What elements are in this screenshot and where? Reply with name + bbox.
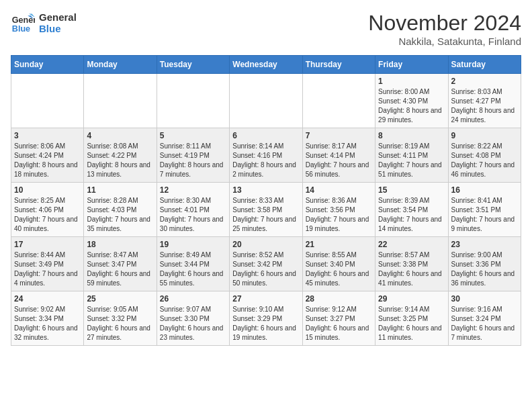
- calendar-cell: 3Sunrise: 8:06 AM Sunset: 4:24 PM Daylig…: [11, 128, 84, 183]
- calendar-cell: 9Sunrise: 8:22 AM Sunset: 4:08 PM Daylig…: [448, 128, 521, 183]
- day-info: Sunrise: 9:16 AM Sunset: 3:24 PM Dayligh…: [451, 305, 518, 342]
- day-info: Sunrise: 8:22 AM Sunset: 4:08 PM Dayligh…: [451, 142, 518, 179]
- day-number: 30: [451, 294, 518, 304]
- calendar-cell: 6Sunrise: 8:14 AM Sunset: 4:16 PM Daylig…: [230, 128, 302, 183]
- col-header-thursday: Thursday: [302, 56, 375, 74]
- col-header-tuesday: Tuesday: [157, 56, 229, 74]
- day-number: 9: [451, 131, 518, 140]
- day-number: 18: [87, 240, 153, 249]
- calendar-cell: 16Sunrise: 8:41 AM Sunset: 3:51 PM Dayli…: [448, 183, 521, 237]
- day-number: 13: [232, 185, 299, 195]
- day-info: Sunrise: 8:00 AM Sunset: 4:30 PM Dayligh…: [378, 87, 445, 125]
- day-number: 21: [306, 240, 372, 249]
- calendar-cell: 19Sunrise: 8:49 AM Sunset: 3:44 PM Dayli…: [157, 237, 229, 291]
- day-info: Sunrise: 8:19 AM Sunset: 4:11 PM Dayligh…: [378, 142, 445, 179]
- day-info: Sunrise: 9:12 AM Sunset: 3:27 PM Dayligh…: [306, 305, 372, 342]
- calendar-table: SundayMondayTuesdayWednesdayThursdayFrid…: [11, 55, 521, 346]
- day-info: Sunrise: 8:11 AM Sunset: 4:19 PM Dayligh…: [160, 142, 226, 179]
- day-info: Sunrise: 8:08 AM Sunset: 4:22 PM Dayligh…: [87, 142, 153, 179]
- calendar-week-row: 24Sunrise: 9:02 AM Sunset: 3:34 PM Dayli…: [11, 291, 521, 346]
- calendar-cell: 17Sunrise: 8:44 AM Sunset: 3:49 PM Dayli…: [11, 237, 84, 291]
- calendar-cell: 12Sunrise: 8:30 AM Sunset: 4:01 PM Dayli…: [157, 183, 229, 237]
- logo-general: General: [39, 11, 77, 23]
- day-number: 10: [14, 185, 81, 195]
- calendar-week-row: 17Sunrise: 8:44 AM Sunset: 3:49 PM Dayli…: [11, 237, 521, 291]
- day-info: Sunrise: 8:17 AM Sunset: 4:14 PM Dayligh…: [306, 142, 372, 179]
- calendar-cell: 23Sunrise: 9:00 AM Sunset: 3:36 PM Dayli…: [448, 237, 521, 291]
- calendar-cell: 14Sunrise: 8:36 AM Sunset: 3:56 PM Dayli…: [302, 183, 375, 237]
- calendar-cell: 20Sunrise: 8:52 AM Sunset: 3:42 PM Dayli…: [230, 237, 302, 291]
- calendar-cell: [157, 74, 229, 128]
- day-number: 6: [232, 131, 299, 140]
- col-header-wednesday: Wednesday: [230, 56, 302, 74]
- day-info: Sunrise: 8:14 AM Sunset: 4:16 PM Dayligh…: [232, 142, 299, 179]
- calendar-cell: 8Sunrise: 8:19 AM Sunset: 4:11 PM Daylig…: [375, 128, 448, 183]
- calendar-cell: [230, 74, 302, 128]
- calendar-cell: 22Sunrise: 8:57 AM Sunset: 3:38 PM Dayli…: [375, 237, 448, 291]
- day-info: Sunrise: 9:10 AM Sunset: 3:29 PM Dayligh…: [232, 305, 299, 342]
- day-number: 5: [160, 131, 226, 140]
- calendar-cell: 21Sunrise: 8:55 AM Sunset: 3:40 PM Dayli…: [302, 237, 375, 291]
- calendar-cell: 13Sunrise: 8:33 AM Sunset: 3:58 PM Dayli…: [230, 183, 302, 237]
- col-header-monday: Monday: [84, 56, 157, 74]
- logo-blue: Blue: [39, 23, 77, 34]
- day-number: 29: [378, 294, 445, 304]
- calendar-cell: 28Sunrise: 9:12 AM Sunset: 3:27 PM Dayli…: [302, 291, 375, 346]
- day-info: Sunrise: 8:39 AM Sunset: 3:54 PM Dayligh…: [378, 196, 445, 234]
- calendar-cell: 18Sunrise: 8:47 AM Sunset: 3:47 PM Dayli…: [84, 237, 157, 291]
- calendar-cell: 27Sunrise: 9:10 AM Sunset: 3:29 PM Dayli…: [230, 291, 302, 346]
- day-number: 23: [451, 240, 518, 249]
- calendar-cell: 10Sunrise: 8:25 AM Sunset: 4:06 PM Dayli…: [11, 183, 84, 237]
- day-number: 11: [87, 185, 153, 195]
- calendar-cell: [302, 74, 375, 128]
- day-info: Sunrise: 8:41 AM Sunset: 3:51 PM Dayligh…: [451, 196, 518, 234]
- calendar-week-row: 1Sunrise: 8:00 AM Sunset: 4:30 PM Daylig…: [11, 74, 521, 128]
- day-info: Sunrise: 8:44 AM Sunset: 3:49 PM Dayligh…: [14, 250, 81, 288]
- calendar-cell: [84, 74, 157, 128]
- day-number: 12: [160, 185, 226, 195]
- col-header-sunday: Sunday: [11, 56, 84, 74]
- day-info: Sunrise: 8:25 AM Sunset: 4:06 PM Dayligh…: [14, 196, 81, 234]
- day-number: 26: [160, 294, 226, 304]
- day-info: Sunrise: 8:06 AM Sunset: 4:24 PM Dayligh…: [14, 142, 81, 179]
- day-info: Sunrise: 9:05 AM Sunset: 3:32 PM Dayligh…: [87, 305, 153, 342]
- day-info: Sunrise: 8:36 AM Sunset: 3:56 PM Dayligh…: [306, 196, 372, 234]
- calendar-week-row: 10Sunrise: 8:25 AM Sunset: 4:06 PM Dayli…: [11, 183, 521, 237]
- calendar-cell: 29Sunrise: 9:14 AM Sunset: 3:25 PM Dayli…: [375, 291, 448, 346]
- day-number: 28: [306, 294, 372, 304]
- month-title: November 2024: [368, 11, 521, 36]
- day-number: 25: [87, 294, 153, 304]
- calendar-cell: [11, 74, 84, 128]
- header: General Blue General Blue November 2024 …: [11, 11, 521, 47]
- calendar-cell: 15Sunrise: 8:39 AM Sunset: 3:54 PM Dayli…: [375, 183, 448, 237]
- day-number: 16: [451, 185, 518, 195]
- logo: General Blue General Blue: [11, 11, 77, 35]
- day-info: Sunrise: 8:57 AM Sunset: 3:38 PM Dayligh…: [378, 250, 445, 288]
- day-info: Sunrise: 8:28 AM Sunset: 4:03 PM Dayligh…: [87, 196, 153, 234]
- day-number: 27: [232, 294, 299, 304]
- day-info: Sunrise: 8:03 AM Sunset: 4:27 PM Dayligh…: [451, 87, 518, 125]
- day-number: 15: [378, 185, 445, 195]
- calendar-header-row: SundayMondayTuesdayWednesdayThursdayFrid…: [11, 56, 521, 74]
- logo-icon: General Blue: [11, 11, 35, 35]
- day-info: Sunrise: 9:02 AM Sunset: 3:34 PM Dayligh…: [14, 305, 81, 342]
- svg-text:Blue: Blue: [12, 24, 30, 34]
- day-info: Sunrise: 9:07 AM Sunset: 3:30 PM Dayligh…: [160, 305, 226, 342]
- calendar-week-row: 3Sunrise: 8:06 AM Sunset: 4:24 PM Daylig…: [11, 128, 521, 183]
- day-number: 3: [14, 131, 81, 140]
- calendar-cell: 2Sunrise: 8:03 AM Sunset: 4:27 PM Daylig…: [448, 74, 521, 128]
- calendar-cell: 25Sunrise: 9:05 AM Sunset: 3:32 PM Dayli…: [84, 291, 157, 346]
- day-number: 20: [232, 240, 299, 249]
- day-number: 17: [14, 240, 81, 249]
- day-info: Sunrise: 8:30 AM Sunset: 4:01 PM Dayligh…: [160, 196, 226, 234]
- day-number: 14: [306, 185, 372, 195]
- day-number: 19: [160, 240, 226, 249]
- day-number: 4: [87, 131, 153, 140]
- day-info: Sunrise: 9:14 AM Sunset: 3:25 PM Dayligh…: [378, 305, 445, 342]
- day-number: 2: [451, 77, 518, 86]
- day-number: 8: [378, 131, 445, 140]
- calendar-cell: 24Sunrise: 9:02 AM Sunset: 3:34 PM Dayli…: [11, 291, 84, 346]
- calendar-cell: 26Sunrise: 9:07 AM Sunset: 3:30 PM Dayli…: [157, 291, 229, 346]
- calendar-cell: 30Sunrise: 9:16 AM Sunset: 3:24 PM Dayli…: [448, 291, 521, 346]
- calendar-cell: 11Sunrise: 8:28 AM Sunset: 4:03 PM Dayli…: [84, 183, 157, 237]
